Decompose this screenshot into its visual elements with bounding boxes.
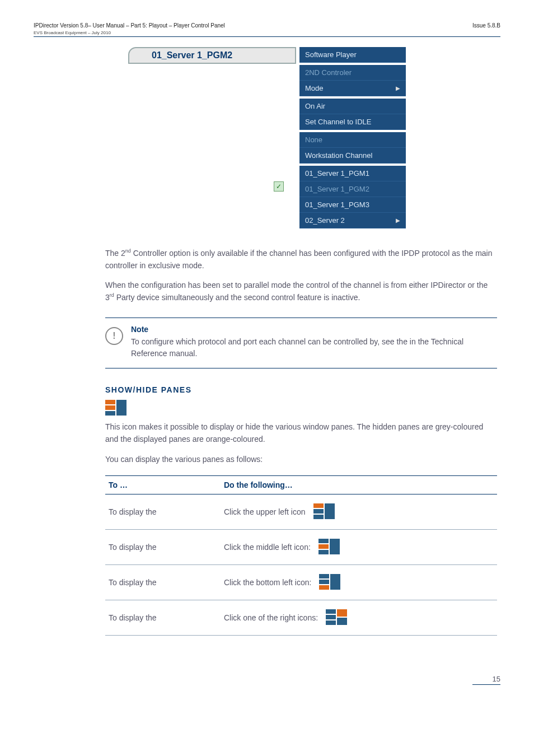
section-title: SHOW/HIDE PANES [105, 385, 500, 394]
channel-tab-label: 01_Server 1_PGM2 [152, 50, 232, 60]
header-sub: EVS Broadcast Equipment – July 2010 [34, 30, 500, 35]
info-icon: ! [105, 327, 123, 345]
row3-right: Click the bottom left icon: [224, 574, 494, 591]
col-head-1: To … [105, 476, 221, 494]
row2-right: Click the middle left icon: [224, 539, 494, 556]
row4-left: To display the [105, 600, 221, 636]
channel-menu-figure: 01_Server 1_PGM2 Software Player 2ND Con… [34, 47, 500, 231]
page-number-rule [472, 684, 500, 685]
header-right: Issue 5.8.B [472, 22, 500, 29]
paragraph-1: The 2nd Controller option is only availa… [105, 248, 497, 272]
menu-set-idle[interactable]: Set Channel to IDLE [299, 114, 406, 130]
menu-on-air[interactable]: On Air [299, 99, 406, 114]
menu-pgm1[interactable]: 01_Server 1_PGM1 [299, 166, 406, 181]
menu-mode-label: Mode [305, 84, 324, 92]
table-row: To display the Click the middle left ico… [105, 530, 497, 565]
table-row: To display the Click one of the right ic… [105, 600, 497, 636]
panes-follow: You can display the various panes as fol… [105, 454, 497, 466]
channel-tab[interactable]: 01_Server 1_PGM2 [128, 47, 296, 64]
menu-pgm2[interactable]: 01_Server 1_PGM2 [299, 181, 406, 197]
menu-software-player[interactable]: Software Player [299, 47, 406, 63]
table-row: To display the Click the bottom left ico… [105, 565, 497, 600]
note-heading: Note [131, 325, 497, 334]
chevron-right-icon: ▶ [396, 217, 400, 223]
menu-mode[interactable]: Mode ▶ [299, 81, 406, 96]
header-rule [34, 36, 500, 37]
show-hide-panes-icon [105, 400, 500, 417]
paragraph-2: When the configuration has been set to p… [105, 279, 497, 304]
note-block: ! Note To configure which protocol and p… [105, 318, 497, 368]
page-number: 15 [0, 675, 500, 683]
row4-right: Click one of the right icons: [224, 609, 494, 626]
note-body: To configure which protocol and port eac… [131, 336, 497, 360]
row1-right: Click the upper left icon [224, 503, 494, 520]
chevron-right-icon: ▶ [396, 85, 400, 91]
menu-server2-label: 02_Server 2 [305, 216, 345, 225]
operations-table: To … Do the following… To display the Cl… [105, 475, 497, 636]
menu-none[interactable]: None [299, 132, 406, 148]
menu-server2[interactable]: 02_Server 2 ▶ [299, 213, 406, 228]
row3-left: To display the [105, 565, 221, 600]
table-row: To display the Click the upper left icon [105, 494, 497, 530]
row2-left: To display the [105, 530, 221, 565]
row1-left: To display the [105, 494, 221, 530]
panes-intro: This icon makes it possible to display o… [105, 421, 497, 445]
col-head-2: Do the following… [221, 476, 497, 494]
menu-workstation-channel[interactable]: Workstation Channel [299, 148, 406, 164]
check-icon: ✓ [274, 181, 284, 192]
menu-2nd-controller: 2ND Controler [299, 65, 406, 81]
header-left: IPDirector Version 5.8– User Manual – Pa… [34, 22, 225, 29]
menu-pgm3[interactable]: 01_Server 1_PGM3 [299, 197, 406, 213]
